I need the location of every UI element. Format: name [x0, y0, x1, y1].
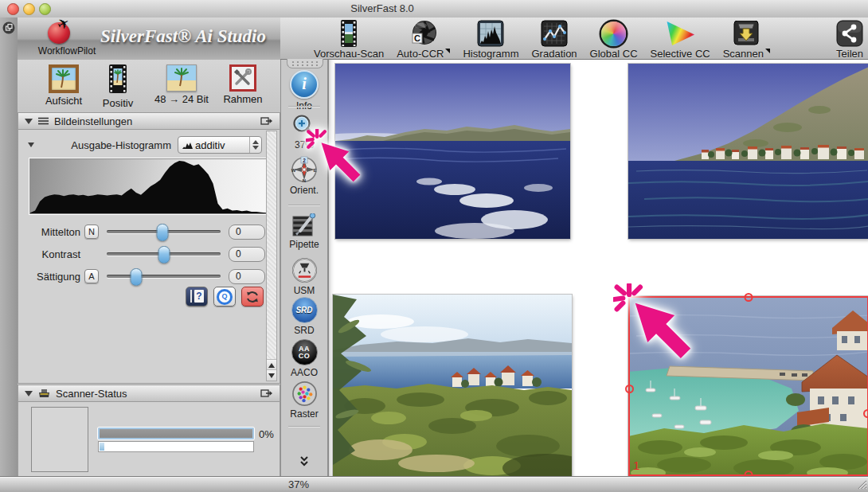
- share-icon: [836, 20, 863, 47]
- quicktime-button[interactable]: Q: [213, 287, 236, 307]
- image-settings-header[interactable]: Bildeinstellungen: [18, 113, 280, 130]
- histogram-tool-icon: [477, 20, 504, 47]
- histogram-mode-dropdown[interactable]: additiv: [178, 136, 262, 154]
- mode-button-aufsicht[interactable]: Aufsicht: [41, 64, 86, 107]
- global-cc-icon: [601, 20, 626, 47]
- frame-handle-top[interactable]: [745, 293, 753, 302]
- toolbar-button-global-cc[interactable]: Global CC: [590, 18, 638, 60]
- gradation-icon: [541, 20, 568, 47]
- tool-raster[interactable]: Raster: [281, 381, 327, 420]
- tool-aaco[interactable]: AACO AACO: [281, 339, 327, 378]
- reset-arrows-icon: [245, 291, 260, 303]
- toolbar-label: Teilen: [836, 48, 863, 60]
- positive-film-icon: [107, 64, 129, 96]
- window-title: SilverFast 8.0: [0, 2, 764, 14]
- raster-icon: [291, 381, 318, 407]
- mode-button-rahmen[interactable]: Rahmen: [220, 64, 266, 105]
- submenu-marker-icon: [765, 49, 770, 53]
- frame-number: 1: [633, 459, 639, 472]
- slider-row-midtone: Mittelton N 0: [28, 222, 265, 241]
- toolbar-button-auto-ccr[interactable]: C Auto-CCR: [397, 18, 450, 60]
- reset-button[interactable]: [241, 287, 264, 307]
- frame-handle-right[interactable]: [863, 409, 868, 418]
- contrast-slider[interactable]: [107, 245, 221, 263]
- workflow-pilot-button[interactable]: ✈: [48, 20, 73, 44]
- midtone-slider[interactable]: [107, 223, 221, 240]
- titlebar: SilverFast 8.0: [0, 0, 868, 18]
- preview-image-1[interactable]: [335, 64, 570, 239]
- scan-icon: [733, 20, 760, 47]
- collapse-triangle-icon[interactable]: [25, 391, 33, 396]
- saturation-slider[interactable]: [107, 267, 221, 285]
- tool-column-grip[interactable]: [287, 59, 323, 68]
- scanner-icon: [38, 389, 50, 398]
- slider-thumb[interactable]: [131, 268, 143, 286]
- saturation-auto-badge[interactable]: A: [84, 269, 99, 283]
- frame-handle-left[interactable]: [625, 385, 634, 393]
- divider: [288, 426, 320, 427]
- output-histogram-label: Ausgabe-Histogramm: [41, 139, 171, 151]
- resize-grip-icon[interactable]: [856, 478, 867, 492]
- divider: [288, 205, 320, 205]
- collapse-panel-icon[interactable]: [2, 21, 15, 34]
- output-histogram-display: [29, 158, 267, 214]
- toolbar-label: Histogramm: [463, 48, 518, 60]
- collapse-triangle-icon[interactable]: [28, 143, 34, 147]
- scan-progress-fill: [100, 443, 104, 451]
- srd-icon: SRD: [291, 297, 318, 323]
- detach-panel-icon[interactable]: [260, 116, 273, 126]
- toolbar-button-teilen[interactable]: Teilen: [836, 18, 863, 60]
- preview-image-3[interactable]: [333, 295, 572, 476]
- mode-button-bit-depth[interactable]: 48 → 24 Bit: [145, 64, 218, 105]
- help-button[interactable]: ?: [186, 287, 208, 307]
- collapse-tools-chevron-icon[interactable]: [281, 456, 327, 467]
- slider-thumb[interactable]: [157, 224, 169, 241]
- toolbar-button-scannen[interactable]: Scannen: [723, 18, 770, 60]
- scanner-status-panel: Scanner-Status 0%: [18, 385, 280, 478]
- scan-progress-bar: [98, 441, 254, 452]
- toolbar-button-selective-cc[interactable]: Selective CC: [651, 18, 710, 60]
- main-toolbar: Vorschau-Scan C Auto-CCR: [280, 18, 868, 60]
- toolbar-button-histogramm[interactable]: Histogramm: [463, 18, 518, 60]
- toolbar-button-gradation[interactable]: Gradation: [532, 18, 577, 60]
- selective-cc-icon: [666, 20, 694, 47]
- toolbar-button-vorschau-scan[interactable]: Vorschau-Scan: [314, 18, 384, 60]
- help-icon: ?: [194, 290, 204, 303]
- tool-column: i Info 37% 2 W: [280, 60, 328, 476]
- scanner-lamp-bar: [98, 428, 254, 439]
- mode-label: Positiv: [103, 97, 133, 109]
- tool-usm[interactable]: USM: [281, 257, 327, 296]
- scroll-up-icon[interactable]: [267, 359, 276, 370]
- contrast-value-field[interactable]: 0: [229, 247, 265, 262]
- settings-scrollbar[interactable]: [266, 131, 277, 381]
- histogram-shape: [30, 161, 266, 213]
- pipette-icon: [292, 213, 316, 237]
- mode-button-positiv[interactable]: Positiv: [97, 64, 139, 109]
- dropdown-stepper-icon[interactable]: [249, 137, 261, 153]
- scroll-down-icon[interactable]: [267, 369, 276, 381]
- bit-depth-icon: [166, 64, 197, 92]
- slider-row-contrast: Kontrast 0: [28, 244, 265, 264]
- menu-icon[interactable]: [38, 117, 49, 125]
- tool-srd[interactable]: SRD SRD: [281, 297, 327, 336]
- preview-area[interactable]: 1: [328, 60, 868, 476]
- preview-image-2[interactable]: [628, 64, 868, 239]
- midtone-value-field[interactable]: 0: [229, 225, 265, 240]
- tool-pipette[interactable]: Pipette: [281, 213, 327, 250]
- frame-tools-icon: [229, 64, 256, 92]
- reflective-original-icon: [49, 64, 79, 93]
- collapse-triangle-icon[interactable]: [25, 119, 33, 124]
- detach-panel-icon[interactable]: [260, 389, 273, 398]
- saturation-value-field[interactable]: 0: [229, 269, 265, 284]
- scanner-status-header[interactable]: Scanner-Status: [18, 385, 280, 402]
- midtone-auto-badge[interactable]: N: [84, 225, 99, 239]
- cursor-pointer-zoom: [306, 129, 366, 189]
- frame-handle-bottom[interactable]: [745, 471, 753, 476]
- mini-histogram-icon: [182, 141, 193, 149]
- scan-progress-group: [98, 428, 254, 452]
- slider-thumb[interactable]: [158, 246, 170, 264]
- output-histogram-row: Ausgabe-Histogramm additiv: [28, 135, 262, 154]
- quicktime-icon: Q: [217, 289, 233, 305]
- brand-header: ✈ WorkflowPilot SilverFast® Ai Studio: [18, 18, 280, 61]
- scan-preview-thumbnail: [31, 407, 88, 472]
